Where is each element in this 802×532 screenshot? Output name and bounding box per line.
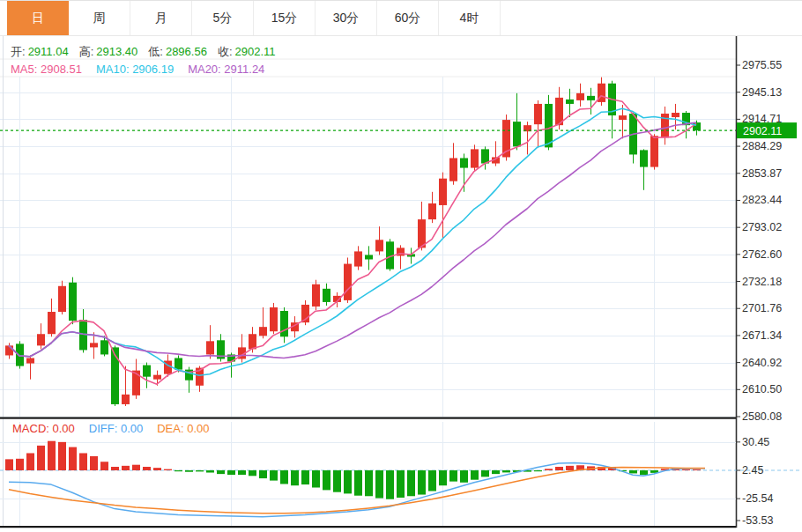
tab-weekly[interactable]: 周 bbox=[69, 1, 130, 35]
macd-bar-positive bbox=[100, 462, 108, 470]
macd-bar-negative bbox=[534, 470, 542, 471]
macd-bar-negative bbox=[460, 470, 468, 483]
candle-body-up bbox=[270, 307, 278, 331]
candle-body-down bbox=[100, 340, 108, 354]
macd-bar-positive bbox=[682, 469, 690, 470]
macd-bar-negative bbox=[439, 470, 447, 485]
macd-bar-negative bbox=[365, 470, 373, 496]
price-axis-label: 2975.55 bbox=[742, 59, 782, 71]
ma-readout: MA5: 2908.51MA10: 2906.19MA20: 2911.24 bbox=[11, 63, 264, 76]
candle-body-up bbox=[48, 312, 56, 334]
candle-body-down bbox=[640, 150, 648, 166]
candle-body-up bbox=[449, 158, 457, 181]
candle-body-up bbox=[534, 104, 542, 124]
macd-bar-negative bbox=[354, 470, 362, 496]
macd-bar-positive bbox=[132, 465, 140, 470]
macd-bar-negative bbox=[206, 470, 214, 473]
tab-daily[interactable]: 日 bbox=[7, 1, 69, 35]
macd-bar-positive bbox=[26, 453, 34, 470]
price-axis-label: 2793.02 bbox=[742, 221, 782, 233]
kline-app: 日周月5分15分30分60分4时 2975.552945.132914.7128… bbox=[0, 0, 802, 532]
macd-bar-negative bbox=[217, 470, 225, 474]
candle-body-up bbox=[5, 345, 13, 355]
candle-body-up bbox=[26, 358, 34, 363]
macd-bar-negative bbox=[492, 470, 500, 474]
macd-bar-negative bbox=[270, 470, 278, 481]
macd-bar-negative bbox=[386, 470, 394, 499]
macd-axis-label: 30.45 bbox=[742, 436, 769, 448]
candle-body-up bbox=[375, 240, 383, 251]
candle-body-up bbox=[153, 375, 161, 380]
macd-bar-negative bbox=[502, 470, 510, 472]
candle-body-down bbox=[587, 96, 595, 100]
candle-body-up bbox=[619, 115, 627, 120]
candle-body-up bbox=[428, 203, 436, 219]
macd-bar-positive bbox=[555, 467, 563, 470]
tab-15min[interactable]: 15分 bbox=[254, 1, 316, 35]
tab-30min[interactable]: 30分 bbox=[316, 1, 377, 35]
price-axis-label: 2671.34 bbox=[742, 329, 782, 342]
macd-bar-negative bbox=[196, 470, 204, 471]
bottom-border bbox=[0, 526, 736, 528]
tab-5min[interactable]: 5分 bbox=[192, 1, 254, 35]
macd-bar-negative bbox=[481, 470, 489, 477]
macd-bar-positive bbox=[122, 466, 130, 470]
macd-bar-negative bbox=[629, 470, 637, 473]
macd-bar-negative bbox=[640, 470, 648, 475]
macd-bar-negative bbox=[291, 470, 299, 485]
macd-bar-negative bbox=[280, 470, 288, 484]
macd-bar-negative bbox=[249, 470, 256, 476]
macd-bar-negative bbox=[407, 470, 415, 496]
candle-body-down bbox=[16, 344, 24, 366]
price-axis-label: 2701.76 bbox=[742, 302, 782, 314]
tab-monthly[interactable]: 月 bbox=[130, 1, 192, 35]
candle-body-down bbox=[693, 122, 701, 130]
chart-canvas[interactable]: 2975.552945.132914.712884.292853.872823.… bbox=[0, 36, 802, 532]
candle-body-up bbox=[439, 179, 447, 205]
candle-body-up bbox=[259, 327, 267, 336]
candle-body-down bbox=[481, 149, 489, 163]
macd-bar-negative bbox=[312, 470, 320, 488]
price-axis-label: 2945.13 bbox=[742, 86, 782, 99]
macd-bar-negative bbox=[175, 470, 182, 471]
macd-bar-negative bbox=[449, 470, 457, 482]
candle-body-down bbox=[69, 283, 77, 321]
price-axis-label: 2823.44 bbox=[742, 194, 782, 206]
price-axis-label: 2640.92 bbox=[742, 357, 782, 369]
macd-bar-negative bbox=[344, 470, 352, 493]
tab-4hour[interactable]: 4时 bbox=[439, 1, 501, 35]
candle-body-up bbox=[576, 93, 584, 100]
candle-body-down bbox=[175, 358, 182, 369]
candle-body-up bbox=[672, 113, 679, 117]
period-tabbar: 日周月5分15分30分60分4时 bbox=[0, 1, 802, 36]
tab-60min[interactable]: 60分 bbox=[377, 1, 439, 35]
ohlc-readout: 开:2911.04高:2913.40低:2896.56收:2902.11 bbox=[11, 45, 276, 58]
candle-body-up bbox=[312, 284, 320, 307]
macd-bar-negative bbox=[323, 470, 330, 490]
candle-body-up bbox=[206, 341, 214, 354]
macd-bar-positive bbox=[16, 459, 24, 470]
price-axis-label: 2884.29 bbox=[742, 140, 782, 152]
macd-bar-negative bbox=[397, 470, 405, 498]
macd-bar-positive bbox=[153, 468, 161, 470]
macd-bar-positive bbox=[143, 467, 151, 470]
macd-bar-negative bbox=[333, 470, 341, 492]
kline-chart-svg[interactable]: 2975.552945.132914.712884.292853.872823.… bbox=[0, 36, 802, 532]
candle-body-up bbox=[249, 334, 256, 349]
price-axis-label: 2580.08 bbox=[742, 410, 782, 423]
candle-body-up bbox=[471, 149, 479, 167]
candle-body-down bbox=[280, 311, 288, 336]
macd-bar-negative bbox=[259, 470, 267, 478]
macd-bar-negative bbox=[185, 470, 193, 472]
macd-bar-positive bbox=[111, 467, 119, 470]
macd-bar-negative bbox=[238, 470, 246, 475]
ma10-line bbox=[9, 108, 696, 375]
candle-body-up bbox=[354, 251, 362, 266]
price-axis-label: 2762.60 bbox=[742, 248, 782, 261]
candle-body-up bbox=[122, 395, 130, 404]
main-macd-separator bbox=[0, 417, 736, 419]
candle-body-down bbox=[460, 158, 468, 167]
macd-bar-positive bbox=[693, 469, 701, 470]
candle-body-up bbox=[90, 343, 98, 347]
macd-bar-negative bbox=[428, 470, 436, 491]
